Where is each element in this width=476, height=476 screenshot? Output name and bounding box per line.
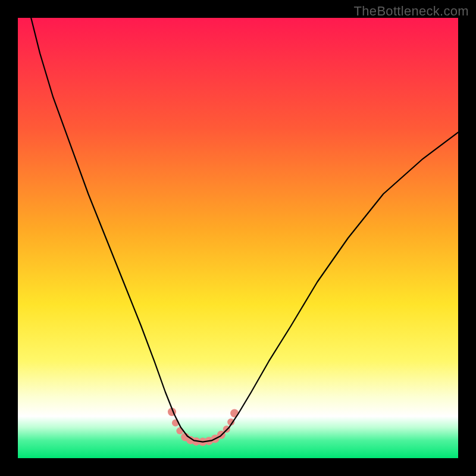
gradient-background [18, 18, 458, 458]
chart-frame: TheBottleneck.com [0, 0, 476, 476]
watermark-text: TheBottleneck.com [354, 4, 469, 19]
chart-svg [18, 18, 458, 458]
marker-dot [176, 427, 183, 434]
plot-area [18, 18, 458, 458]
